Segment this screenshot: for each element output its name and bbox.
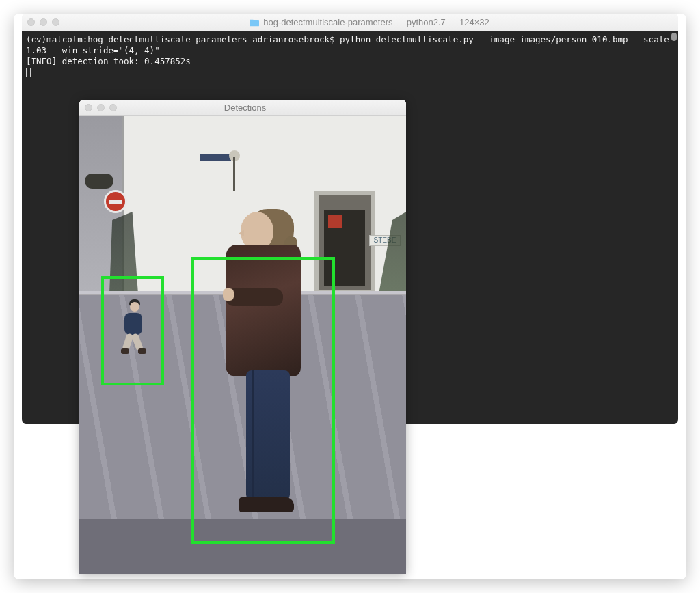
traffic-lights[interactable] bbox=[27, 18, 59, 26]
detections-titlebar[interactable]: Detections bbox=[79, 100, 406, 116]
detection-box-woman bbox=[191, 257, 335, 544]
minimize-icon[interactable] bbox=[97, 104, 105, 111]
detection-box-child bbox=[101, 276, 164, 385]
folder-icon bbox=[250, 18, 259, 27]
scrollbar[interactable] bbox=[671, 33, 677, 41]
zoom-icon[interactable] bbox=[109, 104, 117, 111]
terminal-titlebar[interactable]: hog-detectmultiscale-parameters — python… bbox=[22, 14, 678, 31]
terminal-title: hog-detectmultiscale-parameters — python… bbox=[66, 17, 673, 27]
minimize-icon[interactable] bbox=[40, 18, 47, 26]
terminal-cursor bbox=[26, 68, 31, 77]
terminal-output: [INFO] detection took: 0.457852s bbox=[26, 56, 191, 66]
close-icon[interactable] bbox=[27, 18, 35, 26]
terminal-prompt: (cv)malcolm:hog-detectmultiscale-paramet… bbox=[26, 34, 340, 44]
no-entry-sign-icon bbox=[104, 190, 127, 213]
close-icon[interactable] bbox=[85, 104, 92, 111]
detections-window[interactable]: Detections STEBE bbox=[79, 100, 406, 574]
zoom-icon[interactable] bbox=[52, 18, 59, 26]
terminal-title-text: hog-detectmultiscale-parameters — python… bbox=[263, 17, 489, 27]
traffic-lights[interactable] bbox=[85, 104, 117, 111]
scene-store-badge bbox=[85, 174, 113, 189]
screenshot-frame: hog-detectmultiscale-parameters — python… bbox=[14, 14, 686, 579]
scene-lamp bbox=[227, 150, 241, 191]
detections-title: Detections bbox=[124, 102, 366, 113]
detections-image: STEBE bbox=[79, 116, 406, 574]
